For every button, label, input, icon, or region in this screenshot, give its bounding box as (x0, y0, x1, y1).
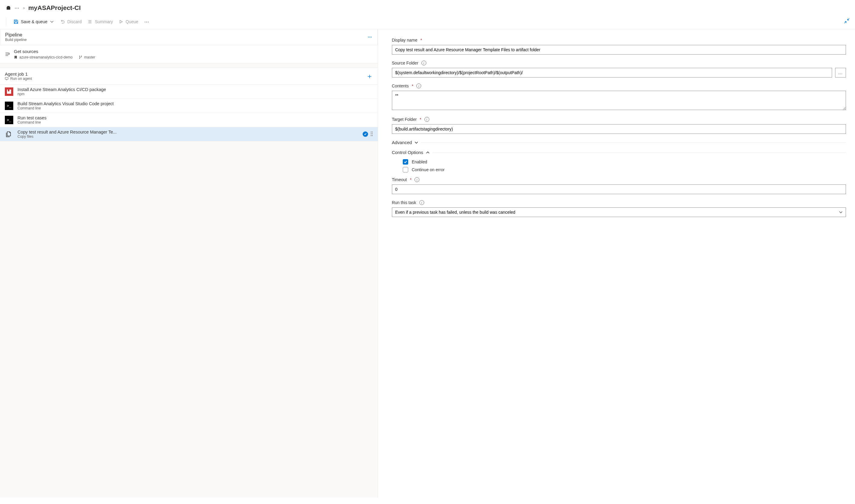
run-this-task-label: Run this task (392, 200, 416, 205)
get-sources-item[interactable]: Get sources azure-streamanalytics-cicd-d… (0, 45, 378, 63)
task-title: Copy test result and Azure Resource Mana… (17, 130, 117, 134)
advanced-section-toggle[interactable]: Advanced (392, 140, 846, 145)
continue-label: Continue on error (412, 167, 445, 172)
svg-point-0 (79, 56, 80, 57)
repo-name: azure-streamanalytics-cicd-demo (19, 55, 73, 59)
continue-on-error-checkbox[interactable] (403, 167, 408, 173)
required-indicator: * (412, 84, 413, 88)
summary-button[interactable]: Summary (87, 19, 113, 24)
pipeline-title: Pipeline (5, 32, 27, 38)
enabled-label: Enabled (412, 160, 427, 164)
chevron-down-icon (50, 20, 54, 24)
command-line-icon (5, 116, 13, 124)
main: Pipeline Build pipeline ⋯ Get sources az… (0, 29, 855, 498)
task-title: Run test cases (17, 115, 47, 120)
repo-icon (14, 55, 17, 59)
queue-button[interactable]: Queue (119, 19, 138, 24)
collapse-icon (844, 18, 850, 23)
timeout-input[interactable] (392, 184, 846, 194)
task-title: Install Azure Stream Analytics CI/CD pac… (17, 87, 106, 92)
list-icon (87, 19, 92, 24)
display-name-input[interactable] (392, 45, 846, 55)
task-item[interactable]: Run test casesCommand line (0, 113, 378, 127)
required-indicator: * (410, 177, 412, 182)
info-icon[interactable]: i (416, 84, 421, 88)
contents-input[interactable] (392, 91, 846, 110)
agent-icon (5, 77, 8, 80)
required-indicator: * (420, 38, 422, 42)
page-title: myASAProject-CI (28, 4, 81, 12)
svg-point-1 (79, 58, 80, 59)
queue-label: Queue (125, 19, 138, 24)
collapse-button[interactable] (844, 18, 850, 24)
svg-point-6 (370, 133, 371, 134)
discard-button[interactable]: Discard (60, 19, 82, 24)
target-folder-input[interactable] (392, 124, 846, 134)
required-indicator: * (420, 117, 421, 122)
toolbar: Save & queue Discard Summary Queue ⋯ (0, 16, 855, 29)
sources-icon (5, 52, 10, 57)
copy-files-icon (5, 130, 13, 138)
agent-job-title: Agent job 1 (5, 71, 32, 76)
task-item[interactable]: Install Azure Stream Analytics CI/CD pac… (0, 85, 378, 99)
task-status-badge (363, 131, 368, 137)
toolbar-divider (6, 18, 6, 25)
run-this-task-select[interactable] (392, 208, 846, 217)
task-title: Build Stream Analytics Visual Studio Cod… (17, 101, 114, 106)
save-and-queue-label: Save & queue (21, 19, 47, 24)
task-subtitle: Command line (17, 106, 114, 110)
discard-label: Discard (67, 19, 82, 24)
chevron-right-icon: › (23, 5, 25, 10)
toolbar-more-button[interactable]: ⋯ (144, 19, 149, 25)
task-subtitle: npm (17, 92, 106, 96)
pipeline-more-button[interactable]: ⋯ (368, 35, 372, 39)
summary-label: Summary (95, 19, 113, 24)
task-item[interactable]: Build Stream Analytics Visual Studio Cod… (0, 99, 378, 113)
task-subtitle: Copy files (17, 134, 117, 139)
svg-point-7 (372, 133, 372, 134)
breadcrumb-ellipsis[interactable]: ⋯ (15, 5, 20, 11)
svg-point-5 (372, 131, 372, 132)
timeout-label: Timeout (392, 177, 407, 182)
info-icon[interactable]: i (421, 60, 426, 66)
enabled-checkbox[interactable] (403, 159, 408, 165)
drag-handle-icon[interactable] (370, 131, 373, 138)
chevron-up-icon (426, 150, 430, 155)
add-task-button[interactable]: ＋ (366, 72, 373, 81)
source-folder-browse-button[interactable]: ... (835, 68, 846, 77)
advanced-label: Advanced (392, 140, 412, 145)
branch-icon (79, 55, 82, 59)
source-folder-input[interactable] (392, 68, 832, 77)
get-sources-title: Get sources (14, 49, 95, 54)
svg-point-8 (370, 135, 371, 136)
svg-point-4 (370, 131, 371, 132)
left-panel: Pipeline Build pipeline ⋯ Get sources az… (0, 29, 378, 498)
target-folder-label: Target Folder (392, 117, 417, 122)
task-item[interactable]: Copy test result and Azure Resource Mana… (0, 127, 378, 141)
pipeline-header[interactable]: Pipeline Build pipeline ⋯ (0, 29, 378, 45)
control-options-label: Control Options (392, 150, 423, 155)
control-options-section-toggle[interactable]: Control Options (392, 150, 846, 155)
save-icon (14, 19, 18, 24)
info-icon[interactable]: i (424, 117, 429, 122)
save-and-queue-button[interactable]: Save & queue (14, 19, 54, 24)
right-panel: Display name * Source Folder i ... Conte… (378, 29, 855, 498)
task-subtitle: Command line (17, 120, 47, 125)
source-folder-label: Source Folder (392, 60, 418, 66)
project-icon (6, 5, 11, 10)
agent-job-item[interactable]: Agent job 1 Run on agent ＋ (0, 68, 378, 85)
svg-point-2 (81, 56, 82, 57)
check-icon (404, 160, 407, 164)
svg-rect-3 (5, 77, 8, 79)
info-icon[interactable]: i (419, 200, 424, 205)
play-icon (119, 20, 123, 24)
chevron-down-icon (414, 141, 418, 145)
task-list: Install Azure Stream Analytics CI/CD pac… (0, 85, 378, 141)
branch-name: master (84, 55, 95, 59)
agent-job-subtitle: Run on agent (10, 76, 32, 81)
undo-icon (60, 19, 65, 24)
svg-point-9 (372, 135, 372, 136)
info-icon[interactable]: i (415, 177, 419, 182)
breadcrumb: ⋯ › myASAProject-CI (0, 0, 855, 16)
pipeline-subtitle: Build pipeline (5, 38, 27, 42)
